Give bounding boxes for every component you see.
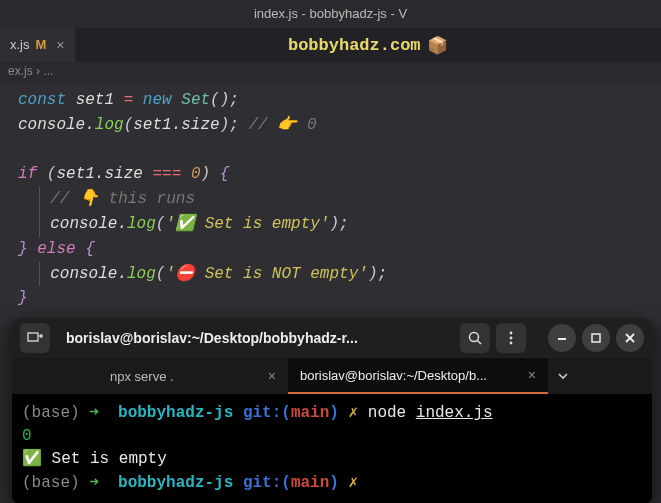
terminal-body[interactable]: (base) ➜ bobbyhadz-js git:(main) ✗ node … xyxy=(12,394,652,503)
code-line: // 👇️ this runs xyxy=(18,187,643,212)
menu-button[interactable] xyxy=(496,323,526,353)
svg-rect-7 xyxy=(592,334,600,342)
brand-banner: bobbyhadz.com 📦 xyxy=(75,28,661,62)
tab-modified-badge: M xyxy=(36,37,47,52)
code-line: console.log('⛔ Set is NOT empty'); xyxy=(18,262,643,287)
svg-point-3 xyxy=(510,332,513,335)
editor-tab-bar: x.js M × bobbyhadz.com 📦 xyxy=(0,28,661,62)
brand-text: bobbyhadz.com xyxy=(288,36,421,55)
terminal-output: 0 xyxy=(22,425,642,448)
brand-emoji: 📦 xyxy=(427,35,448,56)
breadcrumb[interactable]: ex.js › ... xyxy=(0,62,661,84)
code-line: const set1 = new Set(); xyxy=(18,88,643,113)
svg-point-5 xyxy=(510,342,513,345)
code-line: } xyxy=(18,286,643,311)
svg-point-4 xyxy=(510,337,513,340)
terminal-header: borislav@borislav:~/Desktop/bobbyhadz-r.… xyxy=(12,318,652,358)
terminal-tab-close-icon[interactable]: × xyxy=(268,368,276,384)
search-button[interactable] xyxy=(460,323,490,353)
terminal-tab-shell[interactable]: borislav@borislav:~/Desktop/b... × xyxy=(288,358,548,394)
search-icon xyxy=(467,330,483,346)
terminal-line: (base) ➜ bobbyhadz-js git:(main) ✗ node … xyxy=(22,402,642,425)
code-line: } else { xyxy=(18,237,643,262)
minimize-button[interactable] xyxy=(548,324,576,352)
terminal-title: borislav@borislav:~/Desktop/bobbyhadz-r.… xyxy=(56,330,454,346)
window-title: index.js - bobbyhadz-js - V xyxy=(0,0,661,28)
maximize-icon xyxy=(588,330,604,346)
close-icon xyxy=(622,330,638,346)
terminal-plus-icon xyxy=(27,330,43,346)
code-line: console.log('✅ Set is empty'); xyxy=(18,212,643,237)
close-button[interactable] xyxy=(616,324,644,352)
tab-filename: x.js xyxy=(10,37,30,52)
terminal-output: ✅ Set is empty xyxy=(22,448,642,471)
terminal-tab-label: borislav@borislav:~/Desktop/b... xyxy=(300,368,487,383)
code-editor[interactable]: const set1 = new Set(); console.log(set1… xyxy=(0,84,661,325)
maximize-button[interactable] xyxy=(582,324,610,352)
terminal-tab-label: npx serve . xyxy=(110,369,174,384)
terminal-tab-overflow[interactable] xyxy=(548,358,578,394)
new-tab-button[interactable] xyxy=(20,323,50,353)
minimize-icon xyxy=(554,330,570,346)
svg-point-1 xyxy=(470,333,479,342)
tab-close-icon[interactable]: × xyxy=(56,37,64,53)
code-line: console.log(set1.size); // 👉️ 0 xyxy=(18,113,643,138)
chevron-down-icon xyxy=(555,368,571,384)
terminal-tab-close-icon[interactable]: × xyxy=(528,367,536,383)
code-line xyxy=(18,138,643,163)
terminal-tab-bar: npx serve . × borislav@borislav:~/Deskto… xyxy=(12,358,652,394)
editor-tab-index-js[interactable]: x.js M × xyxy=(0,28,75,62)
terminal-tab-serve[interactable]: npx serve . × xyxy=(98,358,288,394)
svg-rect-0 xyxy=(28,333,38,341)
kebab-icon xyxy=(503,330,519,346)
terminal-line: (base) ➜ bobbyhadz-js git:(main) ✗ xyxy=(22,472,642,495)
terminal-window: borislav@borislav:~/Desktop/bobbyhadz-r.… xyxy=(12,318,652,503)
svg-line-2 xyxy=(478,341,482,345)
code-line: if (set1.size === 0) { xyxy=(18,162,643,187)
